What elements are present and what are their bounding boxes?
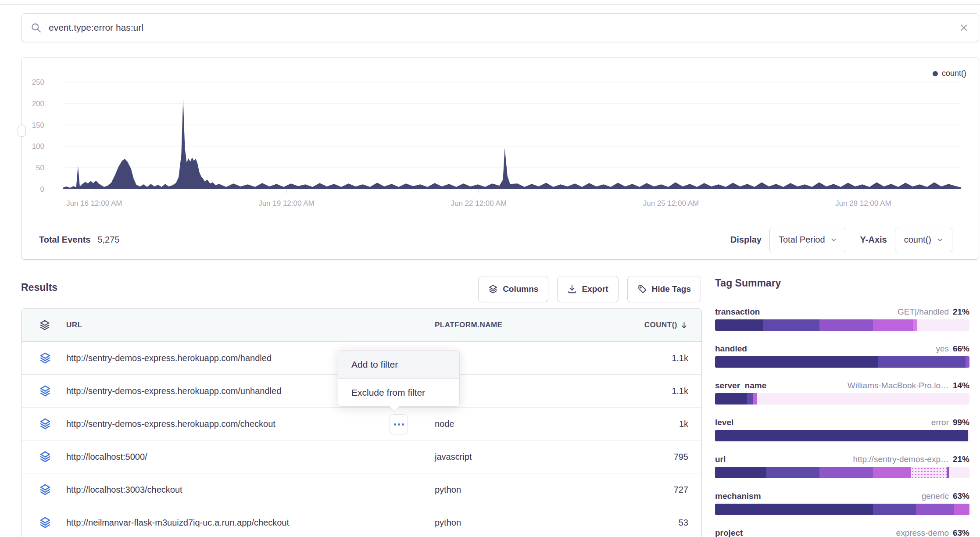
cell-actions-button[interactable]	[390, 414, 408, 434]
bar-segment[interactable]	[873, 504, 916, 515]
bar-segment[interactable]	[954, 504, 969, 515]
url-cell[interactable]: http://localhost:5000/	[66, 440, 147, 473]
tag-distribution-bar[interactable]	[715, 356, 969, 368]
results-table: URL PLATFORM.NAME COUNT() http://sentry-…	[21, 308, 702, 537]
tag-row-mechanism: mechanism generic 63%	[715, 491, 969, 526]
svg-text:Jun 19 12:00 AM: Jun 19 12:00 AM	[258, 199, 315, 208]
display-label: Display	[730, 235, 762, 245]
columns-button-label: Columns	[503, 284, 538, 294]
tag-top-percent: 66%	[953, 344, 969, 354]
platform-cell[interactable]: python	[435, 473, 461, 506]
hide-tags-button-label: Hide Tags	[652, 284, 691, 294]
tag-name: project	[715, 528, 743, 537]
events-area-chart[interactable]: 050100150200250Jun 16 12:00 AMJun 19 12:…	[21, 57, 979, 215]
yaxis-select[interactable]: count()	[895, 228, 952, 252]
count-cell[interactable]: 1k	[679, 408, 688, 440]
bar-segment[interactable]	[757, 393, 969, 405]
column-header-count[interactable]: COUNT()	[644, 309, 688, 341]
columns-button[interactable]: Columns	[478, 276, 548, 302]
menu-item-exclude-from-filter[interactable]: Exclude from filter	[338, 379, 459, 406]
tag-name: handled	[715, 344, 747, 354]
bar-segment[interactable]	[878, 356, 966, 368]
bar-segment[interactable]	[819, 467, 873, 478]
tag-distribution-bar[interactable]	[715, 393, 969, 405]
count-cell[interactable]: 53	[679, 506, 688, 537]
svg-text:100: 100	[32, 142, 44, 150]
tag-row-transaction: transaction GET|/handled 21%	[715, 307, 969, 342]
bar-segment[interactable]	[873, 319, 914, 331]
legend-series-label: count()	[942, 69, 966, 78]
bar-segment[interactable]	[715, 467, 766, 478]
count-cell[interactable]: 1.1k	[672, 342, 688, 374]
tag-row-level: level error 99%	[715, 418, 969, 453]
count-cell[interactable]: 795	[674, 440, 688, 473]
column-header-url[interactable]: URL	[66, 309, 82, 341]
column-header-platform[interactable]: PLATFORM.NAME	[435, 309, 502, 341]
bar-segment[interactable]	[753, 393, 757, 405]
platform-cell[interactable]: javascript	[435, 440, 472, 473]
table-header-row: URL PLATFORM.NAME COUNT()	[21, 309, 701, 342]
download-icon	[567, 284, 577, 294]
svg-text:150: 150	[32, 121, 44, 129]
bar-segment[interactable]	[966, 356, 969, 368]
chart-legend[interactable]: count()	[933, 69, 966, 78]
bar-segment[interactable]	[819, 319, 873, 331]
bar-segment[interactable]	[873, 467, 911, 478]
tag-distribution-bar[interactable]	[715, 319, 969, 331]
chart-footer: Total Events 5,275 Display Total Period …	[21, 220, 979, 259]
search-input[interactable]	[48, 22, 959, 33]
table-row[interactable]: http://localhost:5000/ javascript 795	[21, 440, 701, 473]
svg-text:0: 0	[40, 185, 44, 193]
bar-segment[interactable]	[763, 319, 819, 331]
bar-segment[interactable]	[913, 319, 917, 331]
bar-segment[interactable]	[715, 504, 873, 515]
export-button[interactable]: Export	[557, 276, 618, 302]
tag-distribution-bar[interactable]	[715, 504, 969, 515]
count-cell[interactable]: 1.1k	[672, 375, 688, 407]
display-select-value: Total Period	[779, 235, 825, 245]
panel-grab-handle[interactable]	[18, 125, 26, 137]
bar-segment[interactable]	[917, 319, 969, 331]
stack-icon	[39, 516, 51, 529]
svg-text:250: 250	[32, 78, 44, 86]
bar-segment[interactable]	[911, 467, 947, 478]
tag-summary-title: Tag Summary	[715, 277, 969, 289]
table-row[interactable]: http://sentry-demos-express.herokuapp.co…	[21, 408, 701, 440]
url-cell[interactable]: http://sentry-demos-express.herokuapp.co…	[66, 408, 275, 440]
tag-name: transaction	[715, 307, 760, 317]
total-events-value: 5,275	[97, 235, 119, 245]
bar-segment[interactable]	[715, 393, 747, 405]
stack-icon	[39, 351, 51, 365]
bar-segment[interactable]	[766, 467, 819, 478]
url-cell[interactable]: http://localhost:3003/checkout	[66, 473, 182, 506]
tag-top-value: http://sentry-demos-exp…	[853, 455, 949, 464]
close-icon[interactable]	[959, 22, 969, 33]
platform-cell[interactable]: node	[435, 408, 454, 440]
stack-icon[interactable]	[39, 309, 50, 341]
tag-name: mechanism	[715, 491, 761, 501]
table-row[interactable]: http://localhost:3003/checkout python 72…	[21, 473, 701, 506]
table-row[interactable]: http://neilmanvar-flask-m3uuizd7iq-uc.a.…	[21, 506, 701, 537]
url-cell[interactable]: http://sentry-demos-express.herokuapp.co…	[66, 342, 272, 374]
tag-distribution-bar[interactable]	[715, 430, 969, 441]
chevron-down-icon	[830, 236, 837, 243]
display-select[interactable]: Total Period	[769, 228, 846, 252]
yaxis-select-value: count()	[904, 235, 931, 245]
stack-icon	[39, 384, 51, 397]
menu-item-add-to-filter[interactable]: Add to filter	[338, 351, 459, 379]
bar-segment[interactable]	[968, 430, 969, 441]
bar-segment[interactable]	[916, 504, 954, 515]
bar-segment[interactable]	[949, 467, 969, 478]
platform-cell[interactable]: python	[435, 506, 461, 537]
tag-row-url: url http://sentry-demos-exp… 21%	[715, 455, 969, 490]
bar-segment[interactable]	[715, 430, 968, 441]
url-cell[interactable]: http://neilmanvar-flask-m3uuizd7iq-uc.a.…	[66, 506, 289, 537]
tag-distribution-bar[interactable]	[715, 467, 969, 478]
bar-segment[interactable]	[715, 319, 763, 331]
hide-tags-button[interactable]: Hide Tags	[627, 276, 701, 302]
bar-segment[interactable]	[747, 393, 754, 405]
stack-icon	[488, 284, 498, 294]
count-cell[interactable]: 727	[674, 473, 688, 506]
url-cell[interactable]: http://sentry-demos-express.herokuapp.co…	[66, 375, 281, 407]
bar-segment[interactable]	[715, 356, 878, 368]
